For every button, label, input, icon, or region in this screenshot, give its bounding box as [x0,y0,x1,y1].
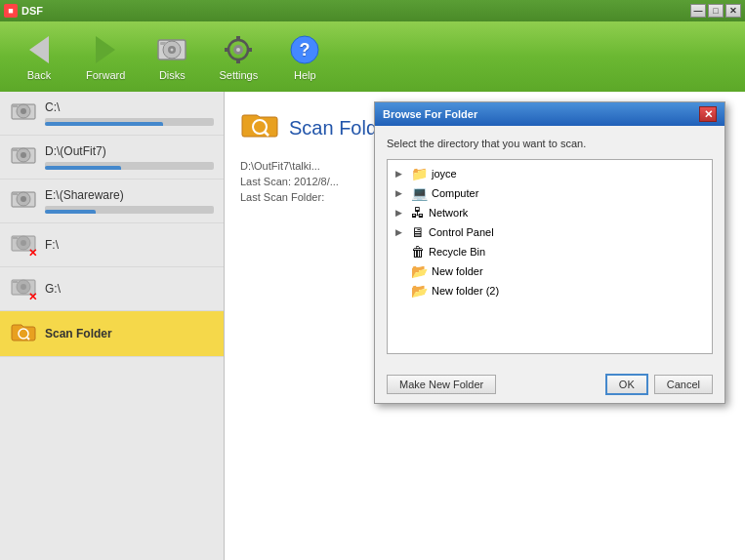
sidebar-item-f-drive[interactable]: ✕ F:\ [0,223,224,267]
tree-label-control-panel: Control Panel [429,226,494,238]
drive-g-content: G:\ [45,282,214,296]
tree-icon-computer: 💻 [411,185,428,201]
drive-e-icon [10,187,37,215]
back-button[interactable]: Back [10,28,68,85]
drive-g-x-icon: ✕ [28,292,37,302]
forward-icon [88,32,123,67]
main-area: C:\ D:\(OutFit7) [0,92,745,560]
make-new-folder-button[interactable]: Make New Folder [387,375,496,394]
sidebar: C:\ D:\(OutFit7) [0,92,225,560]
svg-text:?: ? [300,40,310,60]
svg-rect-29 [13,237,18,239]
drive-f-icon: ✕ [10,231,37,259]
tree-label-new-folder-2: New folder (2) [432,285,499,297]
svg-rect-21 [13,149,18,151]
tree-expand-control: ▶ [395,227,407,237]
drive-g-icon: ✕ [10,275,37,302]
tree-item-computer[interactable]: ▶ 💻 Computer [392,183,708,203]
sidebar-item-d-drive[interactable]: D:\(OutFit7) [0,136,224,180]
sidebar-item-e-drive[interactable]: E:\(Shareware) [0,180,224,223]
drive-c-bar [45,122,163,126]
svg-point-3 [171,49,174,52]
app-title: DSF [21,5,43,17]
svg-rect-8 [236,36,240,41]
tree-label-joyce: joyce [432,168,457,180]
settings-label: Settings [219,69,258,81]
tree-item-joyce[interactable]: ▶ 📁 joyce [392,164,708,183]
forward-button[interactable]: Forward [76,28,135,85]
drive-e-bar [45,210,96,214]
sidebar-item-scan-folder[interactable]: Scan Folder [0,311,224,357]
drive-d-label: D:\(OutFit7) [45,144,214,158]
tree-icon-network: 🖧 [411,205,425,220]
tree-expand-computer: ▶ [395,188,407,198]
drive-f-x-icon: ✕ [28,248,37,259]
minimize-button[interactable]: — [690,4,706,18]
svg-point-28 [21,240,26,246]
close-button[interactable]: ✕ [725,4,741,18]
disks-button[interactable]: Disks [143,28,201,85]
drive-e-content: E:\(Shareware) [45,188,214,214]
drive-f-content: F:\ [45,238,214,252]
svg-point-20 [21,152,26,158]
toolbar: Back Forward Disks [0,21,745,92]
scan-folder-content: Scan Folder [45,327,214,340]
drive-e-bar-bg [45,206,214,214]
svg-rect-25 [13,193,18,195]
svg-rect-17 [13,105,18,107]
drive-g-label: G:\ [45,282,214,296]
help-button[interactable]: ? Help [275,28,334,85]
drive-c-bar-bg [45,118,214,126]
tree-item-recycle-bin[interactable]: ▶ 🗑 Recycle Bin [392,242,708,261]
browse-folder-dialog: Browse For Folder ✕ Select the directory… [374,101,725,404]
drive-d-content: D:\(OutFit7) [45,144,214,170]
scan-folder-icon [10,319,37,348]
tree-label-recycle-bin: Recycle Bin [429,246,485,258]
back-label: Back [27,69,51,81]
dialog-title-text: Browse For Folder [383,108,477,120]
cancel-button[interactable]: Cancel [654,375,713,394]
svg-point-32 [21,284,26,290]
window-controls: — □ ✕ [690,4,741,18]
tree-item-new-folder-2[interactable]: ▶ 📂 New folder (2) [392,281,708,300]
drive-c-label: C:\ [45,100,214,114]
tree-item-new-folder[interactable]: ▶ 📂 New folder [392,261,708,281]
tree-label-network: Network [429,207,468,219]
tree-item-control-panel[interactable]: ▶ 🖥 Control Panel [392,222,708,242]
disks-label: Disks [159,69,186,81]
svg-rect-9 [236,59,240,63]
help-icon: ? [287,32,322,67]
tree-icon-new-folder-2: 📂 [411,283,428,299]
svg-point-7 [236,48,240,52]
settings-button[interactable]: Settings [209,28,268,85]
title-bar: ■ DSF — □ ✕ [0,0,745,21]
content-area: Scan Folder D:\OutFit7\talki... Last Sca… [225,92,745,560]
dialog-prompt: Select the directory that you want to sc… [387,138,713,149]
app-icon: ■ [4,4,18,18]
svg-line-35 [27,338,29,340]
tree-icon-recycle-bin: 🗑 [411,244,425,260]
dialog-close-button[interactable]: ✕ [699,106,717,122]
folder-tree[interactable]: ▶ 📁 joyce ▶ 💻 Computer ▶ [387,159,713,354]
dialog-overlay: Browse For Folder ✕ Select the directory… [225,92,745,560]
help-label: Help [294,69,316,81]
drive-c-icon [10,100,37,127]
forward-label: Forward [86,69,125,81]
ok-button[interactable]: OK [605,374,648,395]
dialog-body: Select the directory that you want to sc… [375,126,724,366]
svg-rect-10 [225,48,229,52]
disks-icon [154,32,189,67]
sidebar-item-g-drive[interactable]: ✕ G:\ [0,267,224,311]
tree-label-computer: Computer [432,187,478,199]
drive-d-bar [45,166,121,170]
sidebar-item-c-drive[interactable]: C:\ [0,92,224,136]
svg-rect-33 [13,281,18,283]
drive-d-icon [10,143,37,171]
dialog-footer: Make New Folder OK Cancel [375,366,724,403]
tree-item-network[interactable]: ▶ 🖧 Network [392,203,708,222]
drive-e-label: E:\(Shareware) [45,188,214,202]
drive-d-bar-bg [45,162,214,170]
svg-rect-4 [160,42,166,45]
tree-expand-joyce: ▶ [395,169,407,179]
maximize-button[interactable]: □ [708,4,724,18]
